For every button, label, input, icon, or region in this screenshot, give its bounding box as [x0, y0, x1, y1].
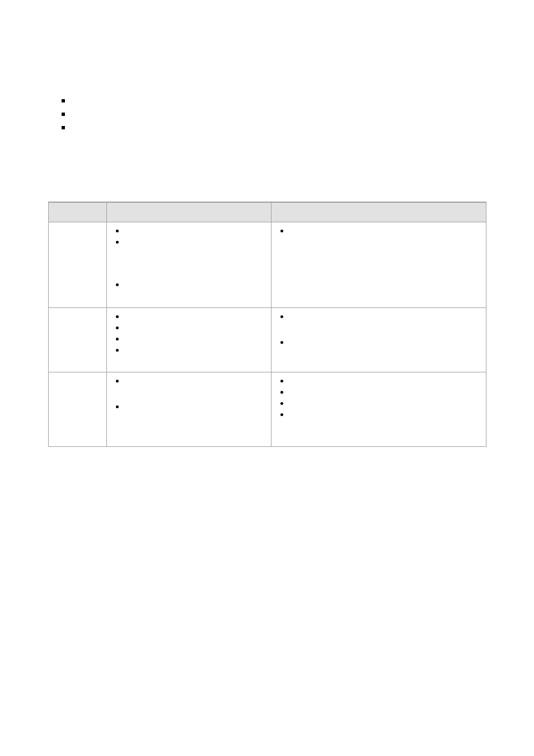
- dot-bullet-icon: [280, 230, 283, 232]
- list-item: [62, 121, 71, 134]
- list-item: [276, 226, 481, 237]
- table-row: [49, 372, 486, 447]
- cell-bullet-list: [276, 311, 481, 348]
- dot-bullet-icon: [116, 230, 119, 232]
- dot-bullet-icon: [116, 338, 119, 340]
- cell-bullet-list: [111, 226, 266, 291]
- list-item: [276, 311, 481, 323]
- list-gap: [111, 248, 266, 279]
- main-table: [48, 202, 486, 447]
- list-item: [111, 402, 266, 413]
- table-header-cell: [271, 202, 486, 222]
- table-cell: [107, 308, 271, 372]
- dot-bullet-icon: [280, 380, 283, 382]
- table-cell: [49, 222, 107, 308]
- dot-bullet-icon: [280, 413, 283, 416]
- square-bullet-icon: [62, 113, 65, 116]
- table-cell: [107, 222, 271, 308]
- cell-bullet-list: [111, 311, 266, 356]
- table-cell: [271, 222, 486, 308]
- dot-bullet-icon: [280, 391, 283, 394]
- page: [0, 0, 534, 756]
- list-item: [276, 398, 481, 409]
- table-header-cell: [49, 202, 107, 222]
- list-item: [111, 279, 266, 291]
- cell-bullet-list: [111, 376, 266, 413]
- dot-bullet-icon: [116, 405, 119, 408]
- dot-bullet-icon: [116, 241, 119, 244]
- list-item: [111, 345, 266, 356]
- list-item: [111, 334, 266, 345]
- table-cell: [271, 308, 486, 372]
- list-item: [111, 376, 266, 387]
- dot-bullet-icon: [280, 341, 283, 344]
- square-bullet-icon: [62, 126, 65, 129]
- list-item: [111, 311, 266, 323]
- dot-bullet-icon: [116, 283, 119, 286]
- cell-bullet-list: [276, 376, 481, 421]
- list-item: [62, 94, 71, 108]
- table-row: [49, 308, 486, 372]
- list-gap: [111, 387, 266, 402]
- table-cell: [49, 372, 107, 447]
- table-cell: [49, 308, 107, 372]
- dot-bullet-icon: [280, 315, 283, 318]
- square-bullet-icon: [62, 99, 65, 102]
- dot-bullet-icon: [116, 380, 119, 382]
- list-item: [276, 387, 481, 398]
- list-item: [111, 237, 266, 248]
- table-header-row: [49, 202, 486, 222]
- cell-bullet-list: [276, 226, 481, 237]
- list-gap: [276, 323, 481, 337]
- dot-bullet-icon: [280, 402, 283, 405]
- list-item: [111, 323, 266, 334]
- table-row: [49, 222, 486, 308]
- table-header-cell: [107, 202, 271, 222]
- dot-bullet-icon: [116, 349, 119, 352]
- table-cell: [107, 372, 271, 447]
- list-item: [62, 108, 71, 121]
- list-item: [276, 409, 481, 421]
- table-cell: [271, 372, 486, 447]
- list-item: [276, 337, 481, 348]
- dot-bullet-icon: [116, 315, 119, 318]
- list-item: [276, 376, 481, 387]
- top-bullet-list: [62, 94, 71, 134]
- dot-bullet-icon: [116, 326, 119, 329]
- list-item: [111, 226, 266, 237]
